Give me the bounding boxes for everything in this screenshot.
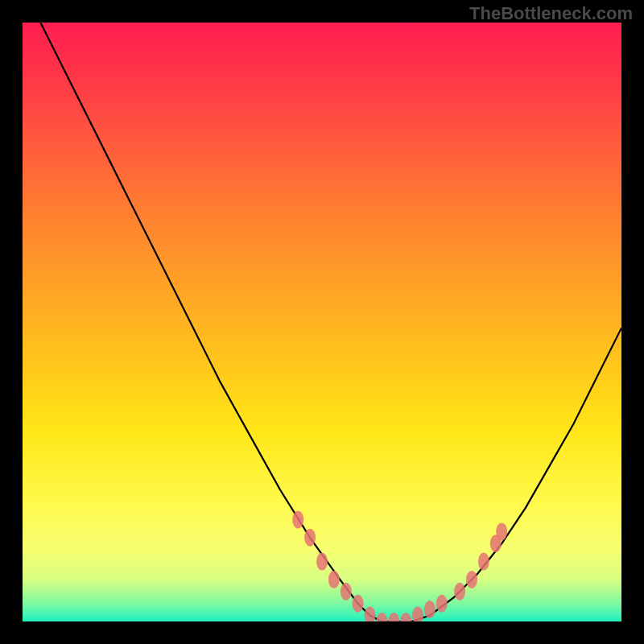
curve-marker <box>365 607 376 621</box>
curve-marker <box>412 607 423 621</box>
curve-marker <box>328 571 340 588</box>
chart-svg <box>23 23 621 621</box>
curve-marker <box>436 595 448 613</box>
curve-marker <box>316 553 328 571</box>
curve-marker <box>400 613 411 621</box>
curve-marker <box>304 529 316 547</box>
curve-marker <box>424 601 436 618</box>
curve-marker <box>292 511 303 529</box>
curve-markers <box>292 511 507 622</box>
curve-marker <box>341 583 352 601</box>
watermark-text: TheBottleneck.com <box>469 3 633 24</box>
bottleneck-curve <box>40 23 621 621</box>
curve-marker <box>376 613 387 621</box>
curve-marker <box>353 595 364 613</box>
chart-plot-area <box>23 23 621 621</box>
curve-marker <box>454 583 465 601</box>
curve-marker <box>466 571 477 588</box>
curve-marker <box>496 522 507 540</box>
curve-marker <box>478 553 489 571</box>
curve-marker <box>388 613 399 621</box>
